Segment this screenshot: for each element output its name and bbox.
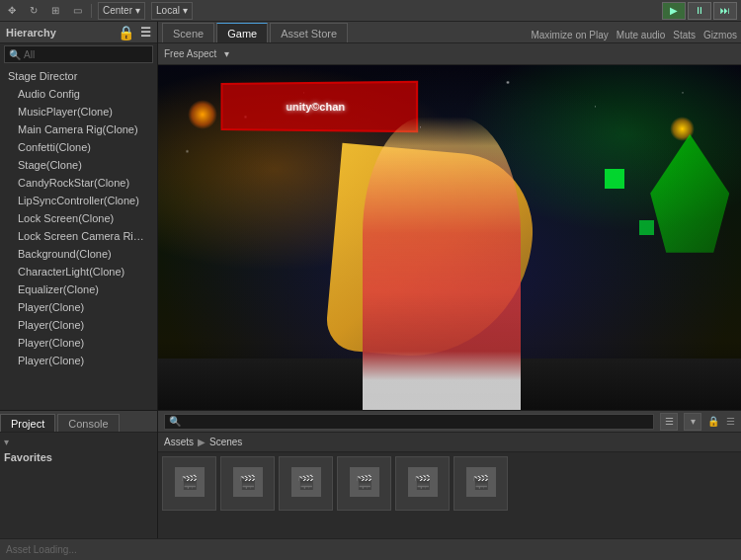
- hierarchy-item[interactable]: Player(Clone): [0, 316, 157, 334]
- pause-button[interactable]: ⏸: [688, 2, 711, 20]
- gizmos-toggle[interactable]: Gizmos: [703, 30, 737, 40]
- collapse-icon-btn[interactable]: ☰: [660, 413, 678, 431]
- search-placeholder: All: [24, 49, 35, 60]
- hierarchy-menu-icon[interactable]: ☰: [140, 26, 151, 40]
- rect-icon[interactable]: ▭: [69, 3, 85, 19]
- hierarchy-item[interactable]: Audio Config: [0, 85, 157, 103]
- game-toolbar: Free Aspect ▾: [158, 43, 741, 65]
- play-controls: ▶ ⏸ ⏭: [662, 2, 737, 20]
- scene-light-left: [188, 100, 217, 129]
- hierarchy-item[interactable]: Confetti(Clone): [0, 138, 157, 156]
- game-canvas: unity©chan: [158, 65, 741, 410]
- hierarchy-item[interactable]: Stage Director: [0, 67, 157, 85]
- hierarchy-item[interactable]: Equalizer(Clone): [0, 280, 157, 298]
- menu-icon[interactable]: ☰: [726, 416, 735, 427]
- bottom-right-panel: 🔍 ☰ ▾ 🔒 ☰ Assets ▶ Scenes 🎬🎬🎬🎬🎬🎬: [158, 411, 741, 538]
- asset-item[interactable]: 🎬: [162, 456, 216, 511]
- assets-breadcrumb: Assets ▶ Scenes: [158, 433, 741, 452]
- assets-label[interactable]: Assets: [164, 437, 194, 447]
- bottom-right-header: 🔍 ☰ ▾ 🔒 ☰: [158, 411, 741, 433]
- status-bar: Asset Loading...: [0, 538, 741, 560]
- aspect-chevron-icon: ▾: [224, 48, 229, 59]
- center-dropdown[interactable]: Center ▾: [98, 2, 145, 20]
- game-view: unity©chan: [158, 65, 741, 410]
- hierarchy-lock-icon[interactable]: 🔒: [118, 25, 134, 40]
- asset-item[interactable]: 🎬: [220, 456, 275, 511]
- hierarchy-item[interactable]: Lock Screen(Clone): [0, 209, 157, 227]
- tab-options: Maximize on Play Mute audio Stats Gizmos: [531, 30, 737, 42]
- hierarchy-search-bar: 🔍 All: [4, 45, 153, 63]
- local-dropdown[interactable]: Local ▾: [151, 2, 193, 20]
- asset-item[interactable]: 🎬: [337, 456, 391, 511]
- lock-icon[interactable]: 🔒: [707, 416, 719, 427]
- hierarchy-item[interactable]: Player(Clone): [0, 298, 157, 316]
- asset-icon: 🎬: [350, 467, 379, 497]
- assets-grid: 🎬🎬🎬🎬🎬🎬: [158, 452, 741, 538]
- bottom-section: Project Console ▾ Favorites 🔍 ☰ ▾ 🔒 ☰ As…: [0, 410, 741, 538]
- scenes-label[interactable]: Scenes: [209, 437, 242, 447]
- bottom-tabs: Project Console: [0, 411, 157, 433]
- hierarchy-item[interactable]: Lock Screen Camera Rig(Clone): [0, 227, 157, 245]
- asset-icon: 🎬: [233, 467, 263, 497]
- asset-item[interactable]: 🎬: [279, 456, 333, 511]
- move-icon[interactable]: ✥: [4, 3, 20, 19]
- center-label: Center: [103, 5, 132, 16]
- bottom-panel-controls: 🔒 ☰: [707, 416, 735, 427]
- tab-project[interactable]: Project: [0, 414, 55, 432]
- asset-icon: 🎬: [291, 467, 321, 497]
- bottom-search-input[interactable]: 🔍: [164, 414, 654, 430]
- center-panel: Scene Game Asset Store Maximize on Play …: [158, 22, 741, 410]
- hierarchy-item[interactable]: Player(Clone): [0, 334, 157, 352]
- asset-icon: 🎬: [175, 467, 205, 497]
- rotate-icon[interactable]: ↻: [26, 3, 41, 19]
- scene-character: [363, 117, 521, 410]
- aspect-dropdown[interactable]: Free Aspect: [164, 48, 216, 59]
- hierarchy-item[interactable]: CharacterLight(Clone): [0, 263, 157, 280]
- scene-green-sq1: [605, 169, 624, 189]
- mute-audio-toggle[interactable]: Mute audio: [617, 30, 665, 40]
- chevron-down-icon: ▾: [135, 5, 140, 16]
- stats-toggle[interactable]: Stats: [673, 30, 696, 40]
- status-text: Asset Loading...: [6, 544, 77, 555]
- hierarchy-item[interactable]: Stage(Clone): [0, 156, 157, 174]
- hierarchy-item[interactable]: Background(Clone): [0, 245, 157, 263]
- hierarchy-list: Stage DirectorAudio ConfigMusicPlayer(Cl…: [0, 65, 157, 410]
- project-favorites-label: Favorites: [4, 449, 153, 465]
- search-icon: 🔍: [169, 416, 181, 427]
- main-layout: Hierarchy 🔒 ☰ 🔍 All Stage DirectorAudio …: [0, 22, 741, 410]
- search-icon: 🔍: [9, 49, 21, 60]
- tab-game[interactable]: Game: [216, 23, 268, 42]
- path-separator-icon: ▶: [198, 437, 206, 447]
- hierarchy-item[interactable]: LipSyncController(Clone): [0, 192, 157, 209]
- unity-chan-logo: unity©chan: [286, 101, 345, 113]
- tab-scene[interactable]: Scene: [162, 23, 214, 42]
- chevron-down-icon: ▾: [183, 5, 188, 16]
- tab-asset-store[interactable]: Asset Store: [270, 23, 348, 42]
- hierarchy-panel: Hierarchy 🔒 ☰ 🔍 All Stage DirectorAudio …: [0, 22, 158, 410]
- scene-green-sq2: [639, 220, 654, 235]
- asset-icon: 🎬: [408, 467, 438, 497]
- top-toolbar: ✥ ↻ ⊞ ▭ Center ▾ Local ▾ ▶ ⏸ ⏭: [0, 0, 741, 22]
- hierarchy-item[interactable]: CandyRockStar(Clone): [0, 174, 157, 192]
- scene-banner: unity©chan: [221, 81, 419, 132]
- hierarchy-header: Hierarchy 🔒 ☰: [0, 22, 157, 43]
- asset-icon: 🎬: [466, 467, 496, 497]
- step-button[interactable]: ⏭: [713, 2, 737, 20]
- project-content: ▾ Favorites: [0, 433, 157, 538]
- local-label: Local: [156, 5, 180, 16]
- separator: [91, 4, 92, 18]
- asset-item[interactable]: 🎬: [395, 456, 450, 511]
- hierarchy-item[interactable]: Main Camera Rig(Clone): [0, 120, 157, 138]
- filter-icon-btn[interactable]: ▾: [684, 413, 701, 431]
- scale-icon[interactable]: ⊞: [47, 3, 63, 19]
- hierarchy-item[interactable]: Player(Clone): [0, 352, 157, 369]
- asset-item[interactable]: 🎬: [453, 456, 508, 511]
- maximize-play-toggle[interactable]: Maximize on Play: [531, 30, 608, 40]
- tab-console[interactable]: Console: [57, 414, 119, 432]
- play-button[interactable]: ▶: [662, 2, 686, 20]
- hierarchy-title: Hierarchy: [6, 27, 56, 39]
- hierarchy-item[interactable]: MusicPlayer(Clone): [0, 103, 157, 120]
- bottom-left-panel: Project Console ▾ Favorites: [0, 411, 158, 538]
- tabs-bar: Scene Game Asset Store Maximize on Play …: [158, 22, 741, 43]
- project-filter[interactable]: ▾: [4, 435, 153, 449]
